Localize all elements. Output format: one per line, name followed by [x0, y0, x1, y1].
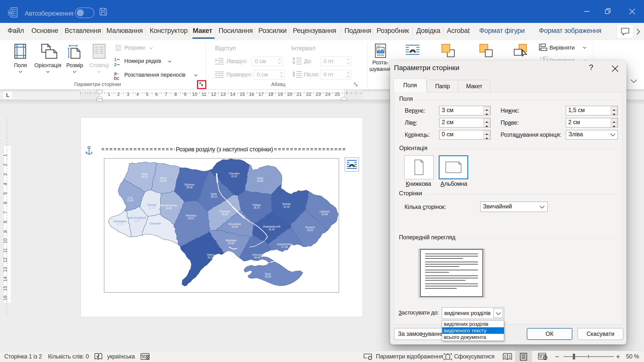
svg-text:Zakarpattya: Zakarpattya	[113, 220, 127, 223]
svg-text:Khmel'nyts'kyy: Khmel'nyts'kyy	[160, 204, 177, 207]
svg-text:Rivne: Rivne	[160, 177, 167, 179]
svg-text:Sumy: Sumy	[257, 177, 263, 179]
svg-text:26,20: 26,20	[265, 275, 271, 278]
svg-text:13,82: 13,82	[149, 206, 155, 209]
svg-text:24,59: 24,59	[231, 225, 238, 228]
svg-text:Krym: Krym	[265, 273, 271, 275]
svg-text:Ternopil': Ternopil'	[147, 204, 157, 206]
svg-text:29,90: 29,90	[186, 186, 192, 189]
svg-text:20,05: 20,05	[160, 179, 166, 182]
svg-text:20,90: 20,90	[222, 213, 228, 216]
svg-text:Donets'k: Donets'k	[305, 226, 315, 229]
svg-text:12,78: 12,78	[116, 223, 123, 225]
svg-text:2: 2	[114, 63, 116, 67]
svg-text:Cherkasy: Cherkasy	[220, 210, 230, 213]
svg-text:Vinnytsya: Vinnytsya	[185, 214, 196, 217]
svg-text:31,42: 31,42	[283, 205, 290, 208]
svg-text:28,13: 28,13	[211, 195, 217, 198]
svg-text:Dnipropetrovs'k: Dnipropetrovs'k	[263, 225, 280, 228]
svg-text:33,31: 33,31	[207, 256, 214, 259]
svg-text:bc: bc	[114, 75, 119, 81]
svg-text:Luhans'k: Luhans'k	[319, 210, 330, 213]
svg-text:26,52: 26,52	[307, 229, 313, 232]
svg-text:20,60: 20,60	[166, 207, 172, 210]
svg-text:Zhytomyr: Zhytomyr	[184, 183, 195, 186]
svg-text:27,18: 27,18	[281, 246, 288, 248]
svg-text:Kharkiv: Kharkiv	[282, 203, 291, 205]
svg-text:Kirovohrad: Kirovohrad	[229, 223, 241, 225]
svg-text:24,60: 24,60	[228, 242, 234, 245]
svg-text:23,83: 23,83	[257, 179, 263, 182]
svg-text:1: 1	[114, 58, 116, 62]
svg-text:Chernihiv: Chernihiv	[229, 172, 239, 175]
svg-text:28,75: 28,75	[253, 206, 260, 209]
svg-text:L'viv: L'viv	[128, 196, 133, 199]
svg-text:Mykolayiv: Mykolayiv	[226, 239, 237, 242]
svg-text:20,14: 20,14	[141, 175, 148, 178]
svg-text:31,91: 31,91	[268, 228, 275, 231]
svg-text:31,87: 31,87	[231, 175, 237, 178]
svg-text:Volyn: Volyn	[142, 173, 148, 175]
svg-text:Ivano-Frankivs'k: Ivano-Frankivs'k	[128, 216, 146, 219]
svg-text:Kyyiv: Kyyiv	[211, 193, 217, 195]
svg-text:21,83: 21,83	[127, 199, 133, 202]
svg-text:26,51: 26,51	[188, 217, 194, 220]
svg-text:13,93: 13,93	[134, 219, 140, 222]
svg-text:28,46: 28,46	[254, 256, 260, 259]
svg-text:26,68: 26,68	[321, 213, 328, 216]
svg-text:Odesa: Odesa	[207, 253, 214, 256]
svg-text:Poltava: Poltava	[252, 204, 261, 206]
svg-text:Chernivtsi: Chernivtsi	[150, 222, 161, 225]
svg-text:Zaporizhzhya: Zaporizhzhya	[277, 243, 292, 246]
svg-text:Kherson: Kherson	[252, 253, 262, 256]
